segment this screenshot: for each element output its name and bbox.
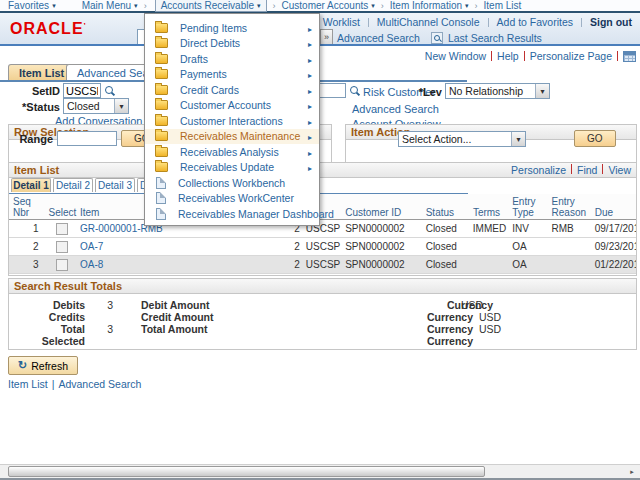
new-window-link[interactable]: New Window — [425, 50, 486, 62]
menu-item-receivables-update[interactable]: Receivables Update — [145, 160, 319, 176]
separator — [491, 51, 492, 61]
menu-item-receivables-analysis[interactable]: Receivables Analysis — [145, 144, 319, 160]
totals-title: Search Result Totals — [14, 280, 122, 292]
menu-item-receivables-maintenance[interactable]: Receivables Maintenance — [145, 129, 319, 145]
advanced-search-link[interactable]: Advanced Search — [337, 32, 420, 44]
search-result-totals: Search Result Totals Debits 3 Debit Amou… — [8, 278, 637, 350]
breadcrumb-customer-accounts[interactable]: Customer Accounts — [282, 0, 375, 11]
folder-icon — [155, 85, 168, 95]
refresh-label: Refresh — [31, 360, 68, 372]
setid-input[interactable] — [63, 83, 101, 98]
menu-item-label: Receivables Update — [180, 161, 274, 173]
status-cell: Closed — [424, 259, 471, 270]
submenu-arrow-icon — [308, 130, 312, 142]
submenu-arrow-icon — [308, 84, 312, 96]
menu-item-label: Collections Workbench — [178, 177, 285, 189]
menu-item-customer-interactions[interactable]: Customer Interactions — [145, 113, 319, 129]
tab-detail-1[interactable]: Detail 1 — [11, 178, 51, 192]
line-cell: 2 — [227, 241, 302, 252]
column-header-entry-reason[interactable]: Entry Reason — [550, 195, 593, 219]
menu-item-drafts[interactable]: Drafts — [145, 51, 319, 67]
last-search-results-link[interactable]: Last Search Results — [448, 32, 542, 44]
folder-icon — [155, 38, 168, 48]
personalize-link[interactable]: Personalize — [511, 164, 566, 176]
multichannel-console-link[interactable]: MultiChannel Console — [377, 16, 480, 28]
worklist-link[interactable]: Worklist — [323, 16, 360, 28]
level-select[interactable]: No Relationship — [445, 83, 550, 99]
breadcrumb-favorites[interactable]: Favorites — [8, 0, 56, 11]
header-band: ORACLE HomeWorklistMultiChannel ConsoleA… — [0, 13, 640, 44]
item-action-select[interactable]: Select Action... — [398, 131, 526, 147]
breadcrumb-accounts-receivable[interactable]: Accounts Receivable — [155, 0, 267, 12]
menu-item-receivables-workcenter[interactable]: Receivables WorkCenter — [145, 191, 319, 207]
breadcrumb-main-menu[interactable]: Main Menu — [82, 0, 138, 11]
status-cell: Closed — [424, 223, 471, 234]
menu-item-customer-accounts[interactable]: Customer Accounts — [145, 98, 319, 114]
menu-item-collections-workbench[interactable]: Collections Workbench — [145, 175, 319, 191]
item-link[interactable]: OA-7 — [80, 241, 103, 252]
menu-item-payments[interactable]: Payments — [145, 67, 319, 83]
advanced-search-page-link[interactable]: Advanced Search — [352, 103, 439, 115]
help-link[interactable]: Help — [497, 50, 519, 62]
column-header-status[interactable]: Status — [424, 206, 471, 219]
find-link[interactable]: Find — [577, 164, 597, 176]
personalize-page-link[interactable]: Personalize Page — [530, 50, 612, 62]
folder-icon — [155, 100, 168, 110]
column-header-seq[interactable]: Seq Nbr — [9, 195, 47, 219]
refresh-button[interactable]: Refresh — [8, 356, 78, 375]
scroll-right-arrow-icon[interactable] — [627, 467, 637, 477]
range-input[interactable] — [57, 131, 117, 146]
item-list-header-bar: Item List PersonalizeFindView — [9, 163, 636, 178]
folder-icon — [155, 23, 168, 33]
footer-item-list-link[interactable]: Item List — [8, 378, 48, 390]
sign-out-link[interactable]: Sign out — [590, 16, 632, 28]
column-header-entry-type[interactable]: Entry Type — [510, 195, 549, 219]
menu-item-label: Payments — [180, 68, 227, 80]
table-row: 2 OA-7 2 USCSP SPN0000002 Closed OA 09/2… — [9, 238, 636, 256]
scrollbar-thumb[interactable] — [8, 466, 485, 477]
menu-item-receivables-manager-dashboard[interactable]: Receivables Manager Dashboard — [145, 206, 319, 222]
breadcrumb-item-information[interactable]: Item Information — [390, 0, 469, 11]
tab-detail-3[interactable]: Detail 3 — [95, 178, 135, 192]
entry-type-cell: INV — [510, 223, 549, 234]
separator — [52, 378, 55, 390]
row-checkbox[interactable] — [56, 259, 68, 271]
submenu-arrow-icon — [308, 22, 312, 34]
breadcrumb-separator-icon — [475, 1, 478, 11]
currency-value: USD — [479, 323, 501, 335]
item-link[interactable]: OA-8 — [80, 259, 103, 270]
add-to-favorites-link[interactable]: Add to Favorites — [497, 16, 573, 28]
entry-reason-cell: RMB — [550, 223, 593, 234]
footer-advanced-search-link[interactable]: Advanced Search — [58, 378, 141, 390]
menu-item-pending-items[interactable]: Pending Items — [145, 20, 319, 36]
page-actions: New WindowHelpPersonalize Page — [425, 50, 636, 62]
view-link[interactable]: View — [608, 164, 631, 176]
menu-item-label: Customer Accounts — [180, 99, 271, 111]
grid-toolbar: PersonalizeFindView — [511, 164, 631, 176]
customer-lookup-icon[interactable] — [349, 85, 361, 97]
folder-icon — [155, 69, 168, 79]
menu-item-credit-cards[interactable]: Credit Cards — [145, 82, 319, 98]
setid-lookup-icon[interactable] — [104, 85, 116, 97]
menu-item-label: Receivables Maintenance — [180, 130, 300, 142]
grid-layout-icon[interactable] — [623, 51, 636, 62]
unit-cell: USCSP — [302, 259, 343, 270]
menu-item-direct-debits[interactable]: Direct Debits — [145, 36, 319, 52]
status-select[interactable]: Closed — [63, 98, 129, 114]
currency-label: Currency — [399, 335, 473, 347]
column-header-terms[interactable]: Terms — [471, 206, 510, 219]
horizontal-scrollbar[interactable] — [0, 464, 640, 478]
row-checkbox[interactable] — [56, 223, 68, 235]
seq-cell: 2 — [9, 241, 46, 252]
row-checkbox[interactable] — [56, 241, 68, 253]
tab-detail-2[interactable]: Detail 2 — [53, 178, 93, 192]
column-header-customer[interactable]: Customer ID — [343, 206, 424, 219]
separator — [524, 51, 525, 61]
selected-label: Selected — [9, 335, 85, 347]
column-header-due[interactable]: Due — [593, 206, 636, 219]
folder-icon — [155, 116, 168, 126]
separator — [617, 51, 618, 61]
item-action-go-button[interactable]: GO — [574, 130, 616, 147]
dropdown-arrow-icon — [535, 84, 549, 98]
separator — [368, 18, 369, 27]
